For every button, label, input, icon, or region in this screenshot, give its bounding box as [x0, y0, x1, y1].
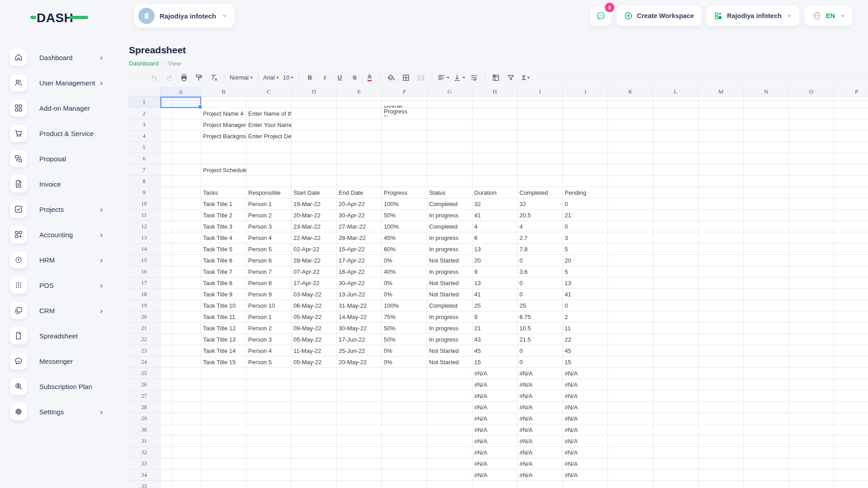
cell-I21[interactable]: 10.5 — [518, 323, 563, 334]
cell-F14[interactable]: 60% — [382, 244, 427, 255]
selected-cell-A1[interactable] — [160, 97, 201, 108]
cell-I29[interactable]: #N/A — [518, 413, 563, 424]
cell-C24[interactable]: Person 5 — [246, 357, 292, 368]
vertical-align-button[interactable] — [452, 72, 467, 83]
cell-J30[interactable]: #N/A — [563, 424, 608, 436]
cell-E21[interactable]: 30-May-22 — [337, 323, 382, 334]
cell-E15[interactable]: 17-Apr-22 — [337, 255, 382, 266]
cell-B24[interactable]: Task Title 15 — [201, 357, 246, 368]
cell-G18[interactable]: Not Started — [427, 289, 472, 300]
cell-H30[interactable]: #N/A — [472, 424, 518, 436]
cell-J21[interactable]: 11 — [563, 323, 608, 334]
cell-G17[interactable]: Not Started — [427, 277, 472, 289]
column-header-A[interactable]: A — [160, 87, 201, 96]
cell-B22[interactable]: Task Title 13 — [201, 334, 246, 345]
cell-C9[interactable]: Responsible — [246, 187, 292, 198]
cell-D22[interactable]: 05-May-22 — [292, 334, 337, 345]
cell-C23[interactable]: Person 4 — [246, 345, 292, 357]
clear-format-button[interactable] — [207, 72, 221, 83]
cell-E10[interactable]: 20-Apr-22 — [337, 198, 382, 210]
cell-B15[interactable]: Task Title 6 — [201, 255, 246, 266]
row-header-23[interactable]: 23 — [128, 345, 160, 357]
row-header-6[interactable]: 6 — [128, 153, 160, 164]
cell-G24[interactable]: Not Started — [427, 357, 472, 368]
cell-H25[interactable]: #N/A — [472, 368, 518, 379]
cell-E19[interactable]: 31-May-22 — [337, 300, 382, 311]
cell-E20[interactable]: 14-May-22 — [337, 311, 382, 323]
cell-E17[interactable]: 30-Apr-22 — [337, 277, 382, 289]
cell-J16[interactable]: 5 — [563, 266, 608, 277]
row-header-4[interactable]: 4 — [128, 131, 160, 142]
column-header-O[interactable]: O — [789, 87, 834, 96]
row-header-17[interactable]: 17 — [128, 277, 160, 289]
cell-J25[interactable]: #N/A — [563, 368, 608, 379]
cell-F16[interactable]: 40% — [382, 266, 427, 277]
cell-I15[interactable]: 0 — [518, 255, 563, 266]
column-header-D[interactable]: D — [292, 87, 337, 96]
cell-B16[interactable]: Task Title 7 — [201, 266, 246, 277]
row-header-3[interactable]: 3 — [128, 119, 160, 131]
cell-I23[interactable]: 0 — [518, 345, 563, 357]
workspace-selector[interactable]: Rajodiya infotech — [134, 4, 235, 28]
cell-G13[interactable]: In progress — [427, 232, 472, 244]
cell-E14[interactable]: 15-Apr-22 — [337, 244, 382, 255]
sidebar-item-crm[interactable]: CRM› — [0, 298, 128, 323]
text-color-button[interactable]: A — [363, 72, 377, 83]
column-header-J[interactable]: J — [563, 87, 608, 96]
column-header-P[interactable]: P — [834, 87, 868, 96]
cell-D12[interactable]: 23-Mar-22 — [292, 221, 337, 232]
sidebar-item-pos[interactable]: POS› — [0, 272, 128, 298]
row-header-33[interactable]: 33 — [128, 458, 160, 469]
messages-button[interactable]: 0 — [590, 6, 611, 26]
cell-H33[interactable]: #N/A — [472, 458, 518, 469]
sidebar-item-spreadsheet[interactable]: Spreadsheet — [0, 323, 128, 348]
row-header-31[interactable]: 31 — [128, 436, 160, 447]
cell-H23[interactable]: 45 — [472, 345, 518, 357]
cell-D19[interactable]: 06-May-22 — [292, 300, 337, 311]
cell-B23[interactable]: Task Title 14 — [201, 345, 246, 357]
font-size-select[interactable]: 10 — [281, 72, 295, 83]
cell-I19[interactable]: 25 — [518, 300, 563, 311]
cell-F18[interactable]: 0% — [382, 289, 427, 300]
row-header-2[interactable]: 2 — [128, 108, 160, 119]
cell-H15[interactable]: 20 — [472, 255, 518, 266]
cell-B3[interactable]: Project Manager — [201, 119, 246, 131]
row-header-15[interactable]: 15 — [128, 255, 160, 266]
cell-H26[interactable]: #N/A — [472, 379, 518, 390]
cell-H31[interactable]: #N/A — [472, 436, 518, 447]
row-header-18[interactable]: 18 — [128, 289, 160, 300]
cell-E23[interactable]: 25-Jun-22 — [337, 345, 382, 357]
cell-C11[interactable]: Person 2 — [246, 210, 292, 221]
row-header-24[interactable]: 24 — [128, 357, 160, 368]
cell-H34[interactable]: #N/A — [472, 469, 518, 481]
row-header-10[interactable]: 10 — [128, 198, 160, 210]
cell-B18[interactable]: Task Title 9 — [201, 289, 246, 300]
cell-H11[interactable]: 41 — [472, 210, 518, 221]
font-select[interactable]: Arial — [262, 72, 280, 83]
cell-I10[interactable]: 32 — [518, 198, 563, 210]
sidebar-item-subscription-plan[interactable]: Subscription Plan — [0, 374, 128, 399]
cell-H24[interactable]: 15 — [472, 357, 518, 368]
format-select[interactable]: Normal — [228, 72, 254, 83]
cell-J11[interactable]: 21 — [563, 210, 608, 221]
print-button[interactable] — [177, 72, 191, 83]
cell-C21[interactable]: Person 2 — [246, 323, 292, 334]
app-logo[interactable]: DASH — [30, 10, 88, 24]
cell-J13[interactable]: 3 — [563, 232, 608, 244]
cell-B20[interactable]: Task Title 11 — [201, 311, 246, 323]
column-header-M[interactable]: M — [698, 87, 744, 96]
cell-H14[interactable]: 13 — [472, 244, 518, 255]
cell-C4[interactable]: Enter Project Description — [246, 131, 292, 142]
cell-J24[interactable]: 15 — [563, 357, 608, 368]
cell-J15[interactable]: 20 — [563, 255, 608, 266]
row-header-12[interactable]: 12 — [128, 221, 160, 232]
cell-C2[interactable]: Enter Name of the Project — [246, 108, 292, 119]
column-header-G[interactable]: G — [427, 87, 472, 96]
merge-cells-button[interactable] — [414, 72, 428, 83]
cell-J18[interactable]: 41 — [563, 289, 608, 300]
undo-button[interactable] — [147, 72, 161, 83]
cell-F20[interactable]: 75% — [382, 311, 427, 323]
row-header-29[interactable]: 29 — [128, 413, 160, 424]
cell-I12[interactable]: 4 — [518, 221, 563, 232]
cell-G14[interactable]: In progress — [427, 244, 472, 255]
